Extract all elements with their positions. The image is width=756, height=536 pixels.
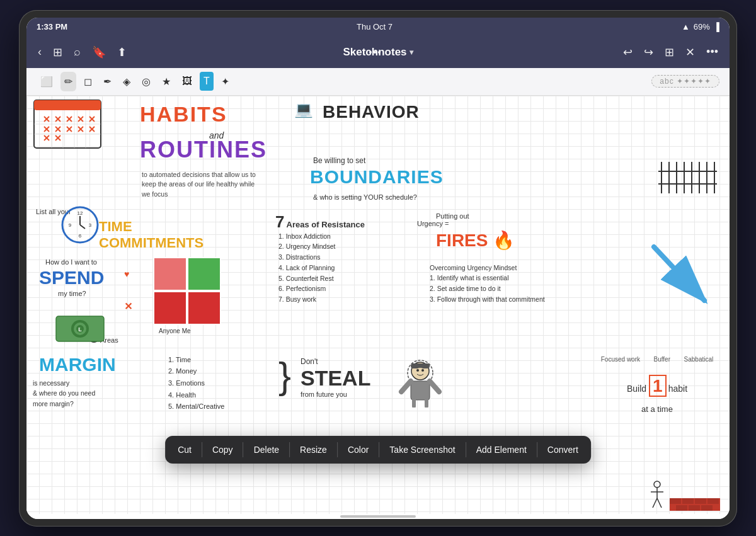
svg-rect-62	[412, 363, 428, 367]
automated-text: to automated decisions that allow us to …	[142, 170, 265, 200]
svg-line-83	[657, 498, 662, 508]
svg-line-48	[80, 225, 85, 229]
home-indicator	[340, 515, 416, 518]
grid-view-button[interactable]: ⊞	[50, 43, 65, 62]
bottom-bar	[26, 514, 730, 519]
fires-title: FIRES 🔥	[436, 230, 515, 251]
habits-title: HABITS	[140, 102, 227, 127]
delete-button[interactable]: Delete	[244, 438, 289, 461]
highlighter-tool-button[interactable]: ✒	[100, 72, 115, 91]
nav-title[interactable]: Sketchnotes ▾	[343, 46, 413, 59]
svg-rect-73	[682, 498, 694, 504]
close-button[interactable]: ✕	[683, 43, 697, 62]
chevron-down-icon: ▾	[410, 48, 413, 57]
svg-rect-75	[707, 498, 719, 504]
share-button[interactable]: ⬆	[115, 43, 129, 62]
urgency-eq: Urgency =	[417, 220, 449, 227]
image-tool-button[interactable]: 🖼	[178, 72, 196, 91]
screen-tool-button[interactable]: ⬜	[37, 72, 57, 91]
toolbar: ⬜ ✏ ◻ ✒ ◈ ◎ ★ 🖼 T ✦ abc ✦✦✦✦✦	[26, 68, 730, 96]
context-menu: Cut Copy Delete Resize Color Take Screen…	[165, 436, 591, 464]
svg-line-67	[401, 381, 411, 392]
svg-text:L: L	[78, 326, 82, 333]
nav-bar: ‹ ⊞ ⌕ 🔖 ⬆ Sketchnotes ▾ ↩ ↪ ⊞	[26, 37, 730, 68]
lasso-tool-button[interactable]: ◎	[138, 72, 154, 91]
clock-sketch: 12 3 6 9	[61, 206, 99, 244]
matrix-sketch	[152, 256, 222, 326]
star-tool-button[interactable]: ★	[158, 72, 175, 91]
anyone-me-labels: Anyone Me	[159, 328, 191, 334]
svg-rect-72	[670, 498, 681, 504]
curly-brace: }	[278, 357, 291, 395]
device-icon: 💻	[294, 101, 313, 118]
svg-rect-66	[411, 381, 430, 400]
calendar-sketch	[33, 99, 102, 149]
redo-button[interactable]: ↪	[641, 43, 656, 62]
add-element-button[interactable]: Add Element	[466, 438, 537, 461]
svg-point-64	[416, 369, 419, 372]
status-right: ▲ 69% ▐	[682, 22, 719, 31]
build-habit-text: Focused workBufferSabbatical Build 1 hab…	[594, 354, 720, 417]
behavior-title: BEHAVIOR	[323, 102, 420, 122]
svg-line-68	[430, 381, 439, 392]
add-page-button[interactable]: ⊞	[662, 43, 677, 62]
svg-rect-52	[188, 292, 220, 324]
svg-rect-77	[689, 505, 700, 511]
svg-rect-76	[676, 505, 687, 511]
svg-point-79	[654, 481, 660, 488]
back-button[interactable]: ‹	[35, 43, 44, 61]
blue-arrow	[648, 241, 723, 316]
more-options-button[interactable]: •••	[704, 43, 721, 61]
areas-list: 1. Time 2. Money 3. Emotions 4. Health 5…	[168, 354, 224, 413]
svg-line-85	[654, 247, 704, 300]
svg-rect-50	[188, 258, 220, 290]
color-button[interactable]: Color	[338, 438, 379, 461]
svg-text:9: 9	[69, 222, 72, 228]
svg-text:6: 6	[79, 233, 82, 239]
eraser-tool-button[interactable]: ◻	[80, 72, 96, 91]
copy-button[interactable]: Copy	[202, 438, 243, 461]
margin-sub: is necessary & where do you need more ma…	[33, 378, 95, 409]
nav-right: ↩ ↪ ⊞ ✕ •••	[621, 43, 721, 62]
svg-rect-1	[34, 100, 101, 110]
routines-title: ROUTINES	[140, 137, 267, 163]
stick-figure	[648, 479, 667, 511]
howdo-text: How do I want to	[45, 258, 97, 266]
heart-icon: ♥	[124, 269, 129, 279]
who-setting-text: & who is setting YOUR schedule?	[313, 193, 417, 201]
search-button[interactable]: ⌕	[71, 43, 83, 61]
resize-button[interactable]: Resize	[290, 438, 337, 461]
overcoming-text: Overcoming Urgency Mindset 1. Identify w…	[430, 263, 545, 305]
undo-button[interactable]: ↩	[621, 43, 635, 62]
bookmark-button[interactable]: 🔖	[89, 43, 108, 62]
svg-point-65	[421, 369, 424, 372]
magic-tool-button[interactable]: ✦	[217, 72, 233, 91]
mytime-text: my time?	[58, 290, 86, 297]
shapes-tool-button[interactable]: ◈	[119, 72, 134, 91]
urgency-text: Putting out	[436, 212, 469, 220]
svg-line-82	[653, 498, 657, 508]
svg-rect-49	[154, 258, 186, 290]
text-tool-button[interactable]: T	[200, 72, 214, 91]
battery-percent: 69%	[694, 22, 710, 31]
pen-tool-button[interactable]: ✏	[60, 72, 76, 91]
take-screenshot-button[interactable]: Take Screenshot	[379, 438, 465, 461]
cut-button[interactable]: Cut	[168, 438, 202, 461]
svg-text:3: 3	[89, 222, 92, 228]
7areas-list: 1. Inbox Addiction 2. Urgency Mindset 3.…	[278, 231, 335, 305]
status-date: Thu Oct 7	[357, 22, 392, 31]
status-bar: 1:33 PM Thu Oct 7 ▲ 69% ▐	[26, 18, 730, 37]
convert-button[interactable]: Convert	[537, 438, 588, 461]
boundaries-title: BOUNDARIES	[310, 166, 444, 188]
wifi-icon: ▲	[682, 22, 690, 31]
svg-rect-51	[154, 292, 186, 324]
handwriting-area: abc ✦✦✦✦✦	[651, 75, 719, 88]
7areas-title: 7 Areas of Resistance	[275, 212, 365, 232]
spend-title: SPEND	[39, 267, 104, 288]
status-time: 1:33 PM	[37, 22, 67, 31]
money-sketch: $ L	[55, 313, 105, 345]
x-mark: ✕	[124, 300, 132, 312]
fence-drawing	[655, 159, 718, 197]
time-commitments-title: TIMECOMMITMENTS	[99, 219, 203, 252]
ipad-frame: 1:33 PM Thu Oct 7 ▲ 69% ▐ ‹ ⊞ ⌕ 🔖 ⬆	[19, 10, 737, 527]
